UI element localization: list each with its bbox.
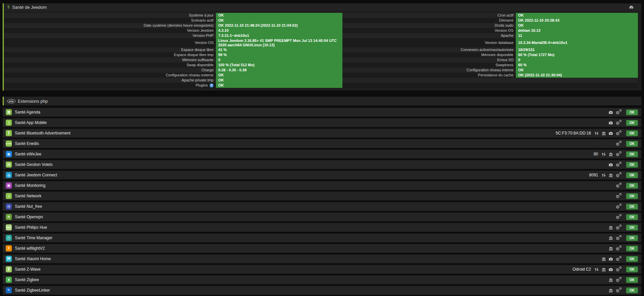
status-badge[interactable]: OK	[626, 183, 638, 189]
status-badge[interactable]: OK	[626, 277, 638, 283]
cogs-icon[interactable]: ⚙⚙	[616, 162, 622, 167]
health-value: 100 % (Total 512 Mo)	[216, 63, 342, 68]
help-icon[interactable]: ?	[209, 83, 214, 88]
bank-icon[interactable]	[601, 257, 606, 261]
nut-free-plugin-icon: ◎	[6, 203, 12, 209]
status-badge[interactable]: OK	[626, 172, 638, 178]
plugin-row-actions: ⚙⚙OK	[609, 109, 638, 115]
plugin-name: Santé Network	[15, 194, 41, 198]
cogs-icon[interactable]: ⚙⚙	[616, 130, 622, 136]
cogs-icon[interactable]: ⚙⚙	[616, 151, 622, 157]
bank-icon[interactable]	[609, 288, 613, 293]
status-badge[interactable]: OK	[626, 141, 638, 147]
cogs-icon[interactable]: ⚙⚙	[616, 214, 622, 220]
cogs-icon[interactable]: ⚙⚙	[616, 172, 622, 178]
bank-icon[interactable]	[609, 225, 613, 230]
health-label: Version OS	[4, 38, 216, 47]
plugin-row: enedisSanté Enedis⚙⚙OK	[3, 139, 641, 148]
health-panel: ⚕ Santé de Jeedom Système à jourOKCron a…	[3, 3, 641, 91]
plugin-row: ᛒSanté Bluetooth Advertisement5C:F3:70:8…	[3, 129, 641, 138]
health-row: Système à jourOKCron actifOK	[4, 13, 638, 18]
status-badge[interactable]: OK	[626, 214, 638, 220]
plugin-list: ▦Santé Agenda⚙⚙OK▯Santé App Mobile⚙⚙OKᛒS…	[3, 108, 641, 295]
updown-arrows-icon[interactable]	[601, 152, 606, 156]
health-value: OK (2022-11-10 21:30:04)	[516, 73, 638, 78]
bank-icon[interactable]	[609, 173, 613, 177]
plugin-name: Santé App Mobile	[15, 120, 47, 125]
camera-icon[interactable]	[609, 121, 613, 125]
status-badge[interactable]: OK	[626, 225, 638, 230]
cogs-icon[interactable]: ⚙⚙	[616, 183, 622, 188]
status-badge[interactable]: OK	[626, 193, 638, 199]
status-badge[interactable]: OK	[626, 162, 638, 168]
updown-arrows-icon[interactable]	[594, 267, 599, 272]
bank-icon[interactable]	[609, 236, 613, 240]
health-row: Espace disque libre tmp99 %Mémoire dispo…	[4, 52, 638, 57]
php-icon: php	[7, 99, 16, 103]
plugin-row-actions: ⚙⚙OK	[609, 235, 638, 241]
health-label: Apache private tmp	[4, 78, 216, 83]
bank-icon[interactable]	[601, 267, 606, 272]
tachometer-icon[interactable]	[629, 5, 634, 10]
camera-icon[interactable]	[609, 110, 613, 115]
plugin-row: ☀Santé wifilightV2⚙⚙OK	[3, 244, 641, 253]
openvpn-plugin-icon: ∩	[6, 214, 12, 220]
bank-icon[interactable]	[609, 246, 613, 251]
status-badge[interactable]: OK	[626, 288, 638, 293]
plugin-row: ⌂Santé Jeedom Connect8091⚙⚙OK	[3, 171, 641, 179]
bank-icon[interactable]	[609, 152, 613, 156]
plugin-row: eSanté eWeJee80⚙⚙OK	[3, 150, 641, 158]
camera-icon[interactable]	[609, 163, 613, 167]
health-value: debian 10.13	[516, 28, 638, 33]
plugin-row: ▯Santé App Mobile⚙⚙OK	[3, 118, 641, 127]
health-value: 11	[516, 33, 638, 38]
camera-icon[interactable]	[609, 267, 613, 272]
cogs-icon[interactable]: ⚙⚙	[616, 120, 622, 125]
health-row: Plugins?OK	[4, 83, 638, 88]
cogs-icon[interactable]: ⚙⚙	[616, 109, 622, 115]
status-badge[interactable]: OK	[626, 130, 638, 136]
health-row: Version Jeedom4.3.10Version OSdebian 10.…	[4, 28, 638, 33]
cogs-icon[interactable]: ⚙⚙	[616, 256, 622, 262]
health-label	[342, 78, 516, 83]
plugin-row: hueSanté Philips Hue⚙⚙OK	[3, 223, 641, 232]
status-badge[interactable]: OK	[626, 120, 638, 126]
health-value: 18/29/151	[516, 47, 638, 52]
plugin-row-actions: ⚙⚙OK	[616, 214, 638, 220]
cogs-icon[interactable]: ⚙⚙	[616, 277, 622, 282]
cogs-icon[interactable]: ⚙⚙	[616, 288, 622, 293]
camera-icon[interactable]	[609, 131, 613, 135]
health-value: 0	[516, 57, 638, 63]
plugin-extra-info: Odroid C2	[572, 267, 591, 272]
cogs-icon[interactable]: ⚙⚙	[616, 225, 622, 230]
extensions-panel: php Extensions php	[3, 97, 641, 105]
status-badge[interactable]: OK	[626, 204, 638, 209]
plugin-row-actions: 5C:F3:70:8A:DD:16⚙⚙OK	[556, 130, 638, 136]
updown-arrows-icon[interactable]	[601, 173, 606, 177]
health-panel-title: Santé de Jeedom	[12, 5, 47, 10]
health-label: Date système (dernière heure enregistrée…	[4, 23, 216, 28]
status-badge[interactable]: OK	[626, 256, 638, 262]
cogs-icon[interactable]: ⚙⚙	[616, 235, 622, 241]
cogs-icon[interactable]: ⚙⚙	[616, 141, 622, 146]
health-label: Cron actif	[342, 13, 516, 18]
bank-icon[interactable]	[601, 131, 606, 135]
status-badge[interactable]: OK	[626, 235, 638, 241]
plugin-row: MSanté Xiaomi Home⚙⚙OK	[3, 254, 641, 263]
status-badge[interactable]: OK	[626, 267, 638, 272]
plugin-row: ◉Santé Monitoring⚙⚙OK	[3, 181, 641, 190]
cogs-icon[interactable]: ⚙⚙	[616, 204, 622, 209]
cogs-icon[interactable]: ⚙⚙	[616, 246, 622, 251]
cogs-icon[interactable]: ⚙⚙	[616, 193, 622, 199]
health-value: 10.3.34-MariaDB-0+deb10u1	[516, 38, 638, 47]
bank-icon[interactable]	[609, 278, 613, 282]
status-badge[interactable]: OK	[626, 109, 638, 115]
status-badge[interactable]: OK	[626, 246, 638, 251]
plugin-row-actions: ⚙⚙OK	[616, 141, 638, 147]
plugin-row-actions: ⚙⚙OK	[601, 256, 638, 262]
plugin-name: Santé Time Manager	[15, 236, 52, 240]
cogs-icon[interactable]: ⚙⚙	[616, 267, 622, 272]
camera-icon[interactable]	[609, 257, 613, 261]
updown-arrows-icon[interactable]	[594, 131, 599, 135]
status-badge[interactable]: OK	[626, 151, 638, 157]
